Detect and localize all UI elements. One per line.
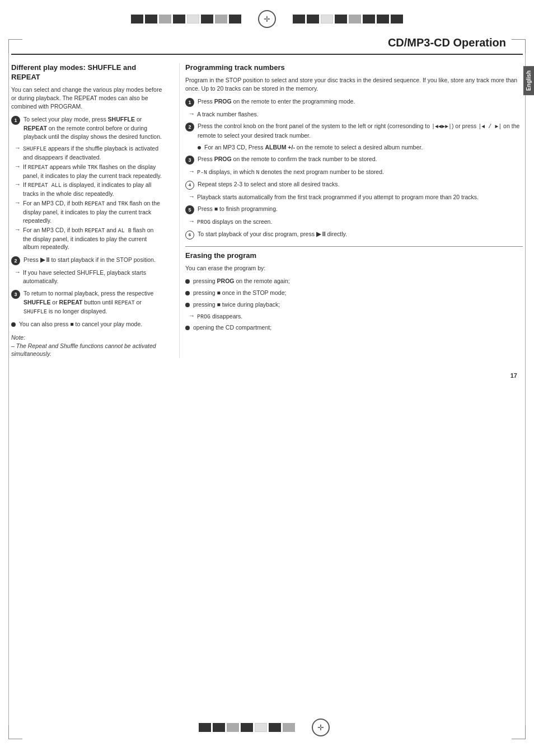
compass-bottom: ✛ — [312, 719, 330, 736]
erase-item-3: pressing ■ twice during playback; — [185, 300, 523, 309]
step1-arrow2: → If REPEAT appears while TRK flashes on… — [15, 163, 162, 180]
erase-text-3: pressing ■ twice during playback; — [193, 300, 280, 309]
prog-step-5-text: Press ■ to finish programming. — [198, 205, 278, 213]
rblock1 — [293, 15, 305, 24]
english-tab: English — [523, 66, 534, 95]
prog-step-num-5: 5 — [185, 205, 194, 214]
bottom-bar-left — [199, 723, 295, 732]
prog-step2-mp3-text: For an MP3 CD, Press ALBUM +/- on the re… — [204, 143, 423, 152]
block5 — [187, 15, 199, 24]
block6 — [201, 15, 213, 24]
note-label: Note: — [11, 334, 162, 341]
rblock6 — [363, 15, 375, 24]
bb4 — [241, 723, 253, 732]
prog-step-num-4: 4 — [185, 181, 194, 190]
step-num-1: 1 — [11, 116, 20, 125]
erase-item-1: pressing PROG on the remote again; — [185, 277, 523, 285]
left-column: Different play modes: SHUFFLE and REPEAT… — [11, 63, 168, 358]
prog-step3-arrow: → P-N displays, in which N denotes the n… — [189, 168, 523, 177]
bb1 — [199, 723, 211, 732]
prog-step-num-3: 3 — [185, 156, 194, 165]
bb3 — [227, 723, 239, 732]
prog-step5-arrow: → PROG displays on the screen. — [189, 218, 523, 227]
prog-step-2-text: Press the control knob on the front pane… — [198, 122, 523, 140]
block4 — [173, 15, 185, 24]
step-3-text: To return to normal playback, press the … — [24, 289, 162, 316]
rblock7 — [377, 15, 389, 24]
right-column: Programming track numbers Program in the… — [179, 63, 523, 358]
prog-step2-mp3-bullet: For an MP3 CD, Press ALBUM +/- on the re… — [198, 143, 523, 152]
erase-text-2: pressing ■ once in the STOP mode; — [193, 289, 286, 297]
prog-step-num-6: 6 — [185, 231, 194, 240]
erase-bullet-1 — [185, 279, 190, 284]
block2 — [145, 15, 157, 24]
programming-title: Programming track numbers — [185, 63, 523, 73]
top-bar-left-blocks — [131, 15, 241, 24]
left-section-title: Different play modes: SHUFFLE and REPEAT — [11, 63, 162, 82]
rblock8 — [391, 15, 403, 24]
step1-arrow3: → If REPEAT ALL is displayed, it indicat… — [15, 181, 162, 198]
prog-step1-arrow: → A track number flashes. — [189, 110, 523, 119]
bottom-decorative-bar: ✛ — [0, 713, 534, 745]
erase-bullet-3 — [185, 303, 190, 307]
page-number: 17 — [0, 367, 534, 384]
prog-step-3-text: Press PROG on the remote to confirm the … — [198, 155, 377, 163]
rblock5 — [349, 15, 361, 24]
left-bullet1: You can also press ■ to cancel your play… — [11, 320, 162, 328]
prog-step-4-text: Repeat steps 2-3 to select and store all… — [198, 180, 339, 189]
step1-arrow5: → For an MP3 CD, if both REPEAT and AL B… — [15, 226, 162, 251]
left-step-1: 1 To select your play mode, press SHUFFL… — [11, 115, 162, 141]
step-2-text: Press ▶ II to start playback if in the S… — [24, 256, 156, 264]
page-title-section: CD/MP3-CD Operation — [11, 34, 523, 55]
erase-item-4: opening the CD compartment; — [185, 323, 523, 332]
prog-step-2: 2 Press the control knob on the front pa… — [185, 122, 523, 140]
erasing-divider — [185, 246, 523, 247]
prog-step-6-text: To start playback of your disc program, … — [198, 230, 347, 238]
bb5 — [255, 723, 267, 732]
page-title: CD/MP3-CD Operation — [388, 36, 506, 49]
left-step-3: 3 To return to normal playback, press th… — [11, 289, 162, 316]
prog-step4-arrow: → Playback starts automatically from the… — [189, 193, 523, 201]
step1-arrow4: → For an MP3 CD, if both REPEAT and TRK … — [15, 199, 162, 224]
erasing-title: Erasing the program — [185, 251, 523, 261]
bb6 — [269, 723, 281, 732]
rblock3 — [321, 15, 333, 24]
step2-arrow: → If you have selected SHUFFLE, playback… — [15, 269, 162, 285]
left-intro: You can select and change the various pl… — [11, 86, 162, 111]
step1-arrow1: → SHUFFLE appears if the shuffle playbac… — [15, 144, 162, 162]
left-step-2: 2 Press ▶ II to start playback if in the… — [11, 256, 162, 265]
prog-step-1-text: Press PROG on the remote to enter the pr… — [198, 97, 355, 106]
step-num-2: 2 — [11, 256, 20, 265]
erasing-intro: You can erase the program by: — [185, 264, 523, 273]
block1 — [131, 15, 143, 24]
bullet-1-text: You can also press ■ to cancel your play… — [19, 320, 142, 328]
step-1-text: To select your play mode, press SHUFFLE … — [24, 115, 162, 141]
compass-center-top: ✛ — [258, 10, 276, 28]
block3 — [159, 15, 171, 24]
prog-step-3: 3 Press PROG on the remote to confirm th… — [185, 155, 523, 165]
prog-step-num-1: 1 — [185, 98, 194, 107]
corner-tl — [8, 39, 22, 53]
rblock2 — [307, 15, 319, 24]
note-text: – The Repeat and Shuffle functions canno… — [11, 342, 162, 358]
erase-text-4: opening the CD compartment; — [193, 323, 271, 332]
note-section: Note: – The Repeat and Shuffle functions… — [11, 334, 162, 358]
erase-bullet-4 — [185, 326, 190, 330]
block7 — [215, 15, 227, 24]
prog-step-5: 5 Press ■ to finish programming. — [185, 205, 523, 214]
block8 — [229, 15, 241, 24]
bb2 — [213, 723, 225, 732]
programming-intro: Program in the STOP position to select a… — [185, 76, 523, 93]
rblock4 — [335, 15, 347, 24]
erase-text-1: pressing PROG on the remote again; — [193, 277, 290, 285]
prog-step-4: 4 Repeat steps 2-3 to select and store a… — [185, 180, 523, 190]
top-bar-right-blocks — [293, 15, 403, 24]
erase-arrow: → PROG disappears. — [189, 312, 523, 321]
top-decorative-bar: ✛ — [0, 0, 534, 34]
mp3-bullet-dot — [198, 146, 201, 149]
prog-step-6: 6 To start playback of your disc program… — [185, 230, 523, 240]
prog-step-1: 1 Press PROG on the remote to enter the … — [185, 97, 523, 107]
corner-tr — [512, 39, 526, 53]
bb7 — [283, 723, 295, 732]
main-content: English Different play modes: SHUFFLE an… — [0, 55, 534, 367]
